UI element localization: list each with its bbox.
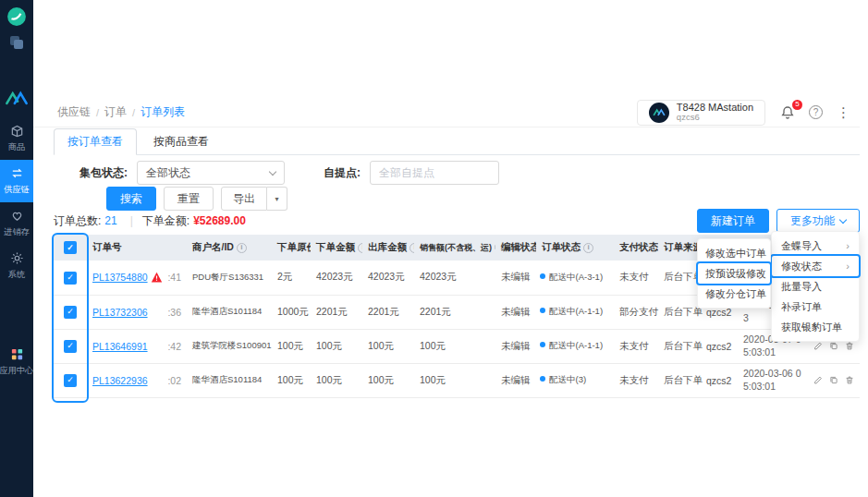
modify-status-submenu: 修改选中订单 按预设级修改 修改分仓订单 [697, 238, 771, 309]
summary-row: 订单总数: 21 | 下单金额: ¥52689.00 新建订单 更多功能 [54, 209, 860, 233]
package-status-label: 集包状态: [79, 165, 128, 181]
info-icon[interactable]: i [410, 243, 414, 253]
pickup-point-input[interactable] [370, 161, 499, 185]
warning-icon[interactable] [151, 272, 163, 284]
export-caret-button[interactable]: ▾ [267, 187, 287, 211]
row-checkbox[interactable]: ✓ [64, 272, 77, 285]
new-order-button[interactable]: 新建订单 [697, 209, 769, 233]
breadcrumb-separator: / [96, 107, 99, 118]
export-split-button: 导出 ▾ [221, 187, 287, 211]
info-icon[interactable]: i [237, 243, 247, 253]
order-status-cell: 配送中(A-3-1) [536, 261, 614, 295]
order-total-value: 21 [104, 214, 116, 227]
col-order-status: 订单状态i [536, 235, 614, 261]
edit-status-cell: 未编辑 [495, 363, 536, 397]
pay-status-cell: 未支付 [614, 261, 658, 295]
caret-down-icon: ▾ [275, 195, 278, 203]
status-dot [540, 273, 545, 279]
order-time-suffix: :02 [167, 375, 181, 386]
source-cell: 后台下单 [658, 295, 701, 329]
sales-amount-cell: 42023元 [414, 261, 495, 295]
edit-status-cell: 未编辑 [495, 329, 536, 363]
order-time-suffix: :42 [167, 341, 181, 352]
sidebar-item-label: 进销存 [4, 226, 30, 238]
row-checkbox[interactable]: ✓ [64, 374, 77, 387]
edit-status-cell: 未编辑 [495, 295, 536, 329]
col-edit-status: 编辑状态 [495, 235, 536, 261]
info-icon[interactable]: i [495, 242, 495, 252]
select-all-checkbox[interactable]: ✓ [64, 241, 77, 254]
outbound-amount-cell: 100元 [362, 363, 414, 397]
operator-cell: qzcs2 [701, 329, 738, 363]
original-price-cell: 2元 [272, 261, 311, 295]
submenu-item-modify-split-warehouse[interactable]: 修改分仓订单 [698, 284, 770, 304]
page: 商品 供应链 进销存 系统 应用中心 供应链 / 订单 [0, 0, 868, 497]
table-actions: 新建订单 更多功能 [697, 209, 860, 233]
chevron-down-icon [269, 167, 276, 175]
delete-icon[interactable] [845, 374, 854, 386]
export-button[interactable]: 导出 [221, 187, 267, 211]
sidebar-item-app-center[interactable]: 应用中心 [0, 341, 33, 383]
pickup-point-label: 自提点: [324, 165, 361, 181]
row-checkbox[interactable]: ✓ [64, 340, 77, 353]
order-amount-cell: 100元 [311, 363, 362, 397]
order-number-link[interactable]: PL13732306 [92, 307, 148, 318]
breadcrumb-item[interactable]: 供应链 [57, 104, 91, 120]
sales-amount-cell: 100元 [414, 363, 495, 397]
row-checkbox[interactable]: ✓ [64, 306, 77, 319]
user-account-box[interactable]: T8428 MAstation qzcs6 [637, 100, 765, 126]
order-number-link[interactable]: PL13646991 [92, 341, 148, 352]
source-cell: 后台下单 [658, 363, 701, 397]
order-number-link[interactable]: PL13622936 [92, 375, 148, 386]
filter-row: 集包状态: 全部状态 自提点: [79, 161, 499, 185]
sidebar-item-label: 应用中心 [0, 365, 33, 377]
workspace-icon[interactable] [7, 33, 26, 52]
inventory-icon [10, 209, 24, 223]
check-icon: ✓ [67, 376, 74, 384]
submenu-item-modify-by-preset[interactable]: 按预设级修改 [698, 263, 770, 284]
row-actions [813, 374, 854, 386]
header-more-icon[interactable]: ⋮ [837, 105, 850, 119]
notification-badge: 5 [792, 100, 802, 110]
breadcrumb-item[interactable]: 订单 [104, 104, 127, 120]
order-amount-cell: 2201元 [311, 295, 362, 329]
tab-order-view[interactable]: 按订单查看 [54, 128, 137, 155]
order-number-link[interactable]: PL13754880 [92, 272, 148, 283]
help-icon[interactable]: ? [809, 105, 823, 119]
merchant-cell: PDU餐厅S136331 [187, 261, 272, 295]
sidebar-item-inventory[interactable]: 进销存 [0, 202, 33, 245]
order-total-label: 订单总数: [54, 213, 101, 229]
sidebar-item-supply-chain[interactable]: 供应链 [0, 160, 33, 202]
info-icon[interactable]: i [583, 243, 593, 253]
more-features-button[interactable]: 更多功能 [776, 209, 860, 233]
menu-item-kingdee-import[interactable]: 金蝶导入 › [772, 236, 859, 256]
copy-icon[interactable] [829, 374, 838, 386]
order-time-cell: 2020-03-06 05:03:01 [738, 363, 808, 397]
info-icon[interactable]: i [358, 243, 362, 253]
header-icons: 5 ? ⋮ [780, 105, 850, 120]
package-status-select[interactable]: 全部状态 [137, 161, 285, 185]
more-features-menu: 金蝶导入 › 修改状态 › 批量导入 补录订单 获取银豹订单 [771, 231, 860, 342]
menu-item-batch-import[interactable]: 批量导入 [772, 276, 859, 297]
edit-status-cell: 未编辑 [495, 261, 536, 295]
submenu-item-modify-selected[interactable]: 修改选中订单 [698, 243, 770, 263]
edit-icon[interactable] [813, 374, 823, 386]
pay-status-cell: 未支付 [614, 329, 658, 363]
reset-button[interactable]: 重置 [164, 187, 214, 211]
company-logo-icon [6, 6, 27, 27]
check-icon: ✓ [67, 273, 74, 282]
menu-item-modify-status[interactable]: 修改状态 › [772, 256, 859, 276]
search-button[interactable]: 搜索 [106, 187, 156, 211]
merchant-cell: 隆华酒店S101184 [187, 363, 272, 397]
avatar [649, 103, 669, 123]
breadcrumb: 供应链 / 订单 / 订单列表 [57, 104, 185, 120]
sidebar-item-products[interactable]: 商品 [0, 117, 33, 160]
source-cell: 后台下单 [658, 261, 701, 295]
col-outbound-amount: 出库金额i [362, 235, 414, 261]
sidebar-item-system[interactable]: 系统 [0, 245, 33, 287]
menu-item-supplement-order[interactable]: 补录订单 [772, 297, 859, 317]
check-icon: ✓ [67, 342, 74, 350]
notification-bell-icon[interactable]: 5 [780, 105, 795, 120]
tab-product-view[interactable]: 按商品查看 [141, 129, 222, 154]
menu-item-fetch-pospal-orders[interactable]: 获取银豹订单 [772, 317, 859, 337]
